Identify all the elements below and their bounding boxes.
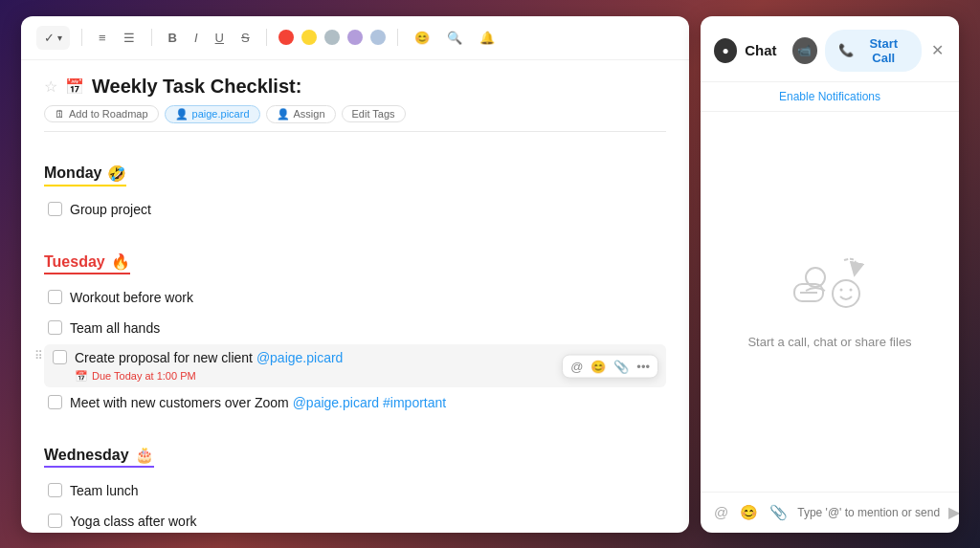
- divider-4: [397, 29, 398, 46]
- assign-btn[interactable]: 👤 Assign: [266, 105, 336, 123]
- add-to-roadmap-btn[interactable]: 🗓 Add to Roadmap: [44, 105, 159, 122]
- emoji-action-icon[interactable]: 😊: [590, 359, 606, 373]
- chat-empty-state: Start a call, chat or share files: [701, 112, 959, 492]
- chat-input-icons: @ 😊 📎: [712, 502, 790, 523]
- svg-point-3: [833, 280, 859, 307]
- chat-input-row: @ 😊 📎 ▶: [701, 492, 959, 533]
- toolbar: ✓ ▾ ≡ ☰ B I U S 😊 🔍 🔔: [21, 16, 689, 60]
- tuesday-emoji: 🔥: [111, 252, 130, 271]
- svg-point-4: [840, 289, 843, 292]
- task-text-group-project: Group project: [70, 201, 151, 220]
- video-call-icon-btn[interactable]: 📹: [792, 37, 817, 64]
- close-chat-button[interactable]: ✕: [929, 39, 946, 61]
- at-icon[interactable]: @: [570, 359, 583, 373]
- ordered-list-icon[interactable]: ≡: [94, 27, 111, 49]
- emoji-chat-btn[interactable]: 😊: [738, 502, 760, 523]
- task-text-workout: Workout before work: [70, 289, 193, 308]
- chat-empty-text: Start a call, chat or share files: [747, 333, 911, 352]
- task-yoga: Yoga class after work: [44, 508, 666, 532]
- task-team-lunch: Team lunch: [44, 477, 666, 506]
- monday-emoji: 🤣: [107, 164, 126, 183]
- task-text-team-all-hands: Team all hands: [70, 319, 160, 339]
- emoji-icon[interactable]: 😊: [410, 27, 434, 49]
- roadmap-icon: 🗓: [55, 108, 65, 120]
- drag-handle[interactable]: ⠿: [33, 349, 45, 362]
- underline-icon[interactable]: U: [211, 27, 229, 49]
- star-icon[interactable]: ☆: [44, 77, 57, 96]
- checkbox-create-proposal[interactable]: [53, 350, 67, 364]
- wednesday-emoji: 🎂: [135, 446, 154, 464]
- bell-icon[interactable]: 🔔: [475, 27, 500, 49]
- color-gray[interactable]: [324, 30, 340, 45]
- checkbox-yoga[interactable]: [48, 514, 62, 528]
- chat-tab[interactable]: Chat: [745, 42, 776, 58]
- monday-heading: Monday 🤣: [44, 164, 126, 186]
- check-icon: ✓: [44, 31, 55, 45]
- strikethrough-icon[interactable]: S: [236, 27, 255, 49]
- checkbox-meet-customers[interactable]: [48, 395, 62, 409]
- mention-paige-2[interactable]: @paige.picard: [293, 395, 380, 410]
- task-meet-customers: Meet with new customers over Zoom @paige…: [44, 389, 666, 418]
- divider-1: [81, 29, 82, 46]
- check-dropdown-icon: ▾: [57, 33, 62, 43]
- edit-tags-btn[interactable]: Edit Tags: [342, 105, 406, 122]
- mention-btn[interactable]: @: [712, 502, 730, 522]
- doc-meta: 🗓 Add to Roadmap 👤 paige.picard 👤 Assign…: [44, 105, 666, 123]
- divider-3: [266, 29, 267, 46]
- checkbox-team-lunch[interactable]: [48, 483, 62, 497]
- color-purple[interactable]: [347, 30, 363, 45]
- video-icon: 📹: [797, 44, 812, 57]
- attach-icon[interactable]: 📎: [613, 359, 629, 373]
- task-create-proposal: ⠿ Create proposal for new client @paige.…: [44, 344, 666, 387]
- due-text: Due Today at 1:00 PM: [92, 370, 196, 382]
- title-emoji: 📅: [65, 77, 84, 96]
- color-yellow[interactable]: [301, 30, 317, 45]
- checkbox-workout[interactable]: [48, 290, 62, 304]
- doc-title: Weekly Task Checklist:: [92, 76, 301, 98]
- task-group-project: Group project: [44, 196, 666, 225]
- wednesday-heading: Wednesday 🎂: [44, 446, 154, 468]
- task-team-all-hands: Team all hands: [44, 315, 666, 343]
- toolbar-check-group: ✓ ▾: [36, 26, 70, 50]
- due-badge: 📅 Due Today at 1:00 PM: [75, 370, 343, 383]
- chat-avatar: ●: [714, 38, 737, 63]
- chat-message-input[interactable]: [797, 506, 941, 519]
- color-red[interactable]: [278, 30, 294, 45]
- mention-paige[interactable]: @paige.picard: [256, 350, 344, 365]
- enable-notifications-btn[interactable]: Enable Notifications: [701, 82, 959, 112]
- unordered-list-icon[interactable]: ☰: [119, 27, 140, 49]
- doc-title-row: ☆ 📅 Weekly Task Checklist:: [44, 76, 666, 98]
- task-text-yoga: Yoga class after work: [70, 513, 197, 532]
- more-icon[interactable]: •••: [636, 359, 650, 373]
- chat-panel: ● Chat 📹 📞 Start Call ✕ Enable Notificat…: [701, 16, 959, 533]
- row-actions: @ 😊 📎 •••: [562, 354, 658, 378]
- doc-content: ☆ 📅 Weekly Task Checklist: 🗓 Add to Road…: [21, 60, 689, 533]
- assigned-user-btn[interactable]: 👤 paige.picard: [165, 105, 260, 123]
- doc-divider: [44, 131, 666, 132]
- user-icon: 👤: [175, 108, 189, 121]
- checkbox-team-all-hands[interactable]: [48, 320, 62, 335]
- italic-icon[interactable]: I: [189, 27, 203, 49]
- svg-point-5: [850, 289, 853, 292]
- attach-chat-btn[interactable]: 📎: [768, 502, 790, 523]
- check-button[interactable]: ✓ ▾: [36, 26, 70, 50]
- phone-icon: 📞: [838, 43, 854, 57]
- chat-header: ● Chat 📹 📞 Start Call ✕: [701, 16, 959, 82]
- chat-label: Chat: [745, 42, 776, 58]
- task-workout: Workout before work: [44, 284, 666, 313]
- chat-send-btn[interactable]: ▶: [948, 503, 959, 521]
- calendar-icon: 📅: [75, 370, 88, 383]
- tuesday-heading: Tuesday 🔥: [44, 252, 130, 274]
- bold-icon[interactable]: B: [164, 27, 182, 49]
- assign-icon: 👤: [277, 108, 290, 121]
- color-blue[interactable]: [370, 30, 386, 45]
- task-text-create-proposal: Create proposal for new client @paige.pi…: [75, 350, 343, 365]
- hashtag-important[interactable]: #important: [383, 395, 446, 410]
- document-panel: ✓ ▾ ≡ ☰ B I U S 😊 🔍 🔔: [21, 16, 689, 533]
- checkbox-group-project[interactable]: [48, 202, 62, 216]
- task-text-meet-customers: Meet with new customers over Zoom @paige…: [70, 394, 446, 413]
- search-icon[interactable]: 🔍: [442, 27, 467, 49]
- task-text-team-lunch: Team lunch: [70, 482, 139, 501]
- start-call-button[interactable]: 📞 Start Call: [825, 30, 922, 72]
- chat-illustration: [787, 251, 873, 318]
